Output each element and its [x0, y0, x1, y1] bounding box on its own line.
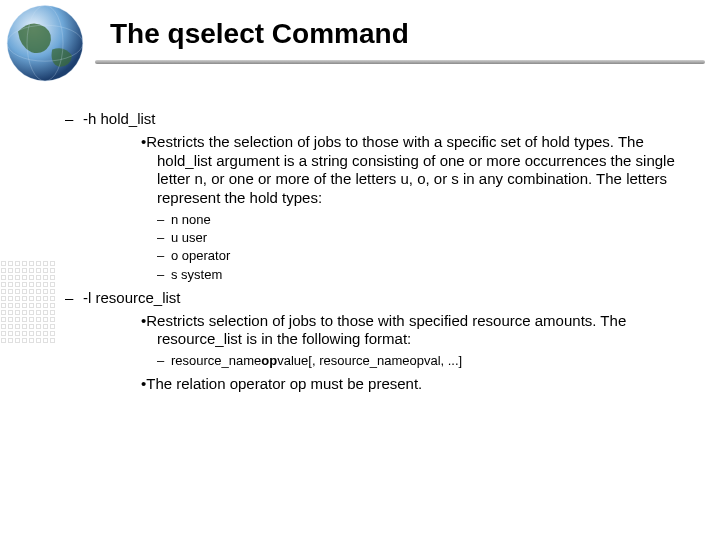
- list-item: •Restricts the selection of jobs to thos…: [103, 133, 690, 208]
- list-item: –resource_nameopvalue[, resource_nameopv…: [157, 353, 690, 369]
- format-op: op: [261, 353, 277, 368]
- list-item: •Restricts selection of jobs to those wi…: [103, 312, 690, 350]
- slide-body: –-h hold_list •Restricts the selection o…: [65, 110, 690, 394]
- list-item: –u user: [157, 230, 690, 246]
- grid-decoration: [0, 260, 70, 380]
- sub-text: n none: [171, 212, 211, 227]
- sub-text: u user: [171, 230, 207, 245]
- format-part: value[, resource_nameopval, ...]: [277, 353, 462, 368]
- bullet-text: Restricts selection of jobs to those wit…: [146, 312, 626, 348]
- bullet-text: Restricts the selection of jobs to those…: [146, 133, 675, 206]
- list-item: –o operator: [157, 248, 690, 264]
- title-divider: [95, 60, 705, 64]
- list-item: –-h hold_list: [65, 110, 690, 129]
- list-item: –n none: [157, 212, 690, 228]
- sub-text: o operator: [171, 248, 230, 263]
- globe-icon: [0, 0, 90, 90]
- format-part: resource_name: [171, 353, 261, 368]
- slide-title: The qselect Command: [110, 18, 409, 50]
- flag-label: -l resource_list: [83, 289, 181, 306]
- sub-text: s system: [171, 267, 222, 282]
- list-item: –-l resource_list: [65, 289, 690, 308]
- bullet-text: The relation operator op must be present…: [146, 375, 422, 392]
- list-item: –s system: [157, 267, 690, 283]
- list-item: •The relation operator op must be presen…: [103, 375, 690, 394]
- flag-label: -h hold_list: [83, 110, 156, 127]
